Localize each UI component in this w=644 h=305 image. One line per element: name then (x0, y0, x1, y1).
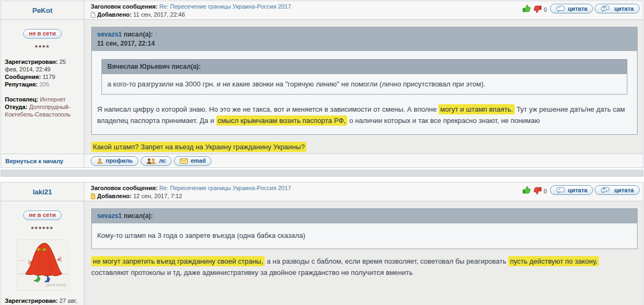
post-2-header-row: laki21 Заголовок сообщения: Re: Пересече… (1, 183, 643, 201)
back-to-top-link[interactable]: Вернуться к началу (5, 158, 63, 164)
quote-header: sevazs1 писал(а): (92, 209, 637, 223)
subject-link[interactable]: Re: Пересечение границы Украина-Россия 2… (159, 3, 291, 10)
two-users-icon (147, 158, 156, 164)
added-datetime: 12 сен, 2017, 7:12 (133, 192, 182, 200)
thumbs-down-icon[interactable] (533, 186, 542, 195)
post-1-message-text: Какой штамп? Запрет на въезд на Украину … (91, 141, 638, 152)
nested-quote-text: а кого-то разгрузили на 3000 грн. и ни к… (102, 74, 627, 94)
quote-text-bubble-icon: T (601, 187, 611, 194)
post-1-footer-row: Вернуться к началу профиль лс email (1, 154, 643, 168)
quote-author-link[interactable]: sevazs1 (97, 212, 122, 220)
username-link[interactable]: laki21 (33, 188, 52, 196)
quote-block: sevazs1 писал(а): Кому-то штамп на 3 год… (91, 208, 638, 249)
online-status-button[interactable]: не в сети (23, 29, 62, 39)
added-line: Добавлено: 11 сен, 2017, 22:46 (91, 11, 291, 19)
likes-count: 0 (544, 188, 547, 194)
online-status-button[interactable]: не в сети (23, 210, 62, 220)
quote-block: sevazs1 писал(а): ↑ 11 сен, 2017, 22:14 … (91, 27, 638, 135)
nested-quote-block: Вячеслав Юрьевич писал(а): а кого-то раз… (101, 59, 627, 95)
post-separator (1, 170, 643, 177)
quote-body: Кому-то штамп на 3 года о запрете въезда… (92, 223, 637, 249)
profile-button[interactable]: профиль (91, 156, 138, 166)
highlighted-text: Какой штамп? Запрет на въезд на Украину … (91, 142, 306, 152)
highlighted-text: могут и штамп впаять. (438, 104, 514, 114)
added-line: Добавлено: 12 сен, 2017, 7:12 (91, 192, 291, 200)
post-1-subject-cell: Заголовок сообщения: Re: Пересечение гра… (84, 1, 643, 19)
post-1-author-cell: PeKot (1, 1, 84, 19)
username-link[interactable]: PeKot (32, 6, 53, 14)
post-1: PeKot Заголовок сообщения: Re: Пересечен… (1, 1, 643, 168)
subject-link[interactable]: Re: Пересечение границы Украина-Россия 2… (159, 185, 291, 191)
added-datetime: 11 сен, 2017, 22:46 (133, 11, 185, 19)
quote-author-link[interactable]: sevazs1 (97, 31, 122, 38)
post-2: laki21 Заголовок сообщения: Re: Пересече… (1, 182, 643, 305)
page-icon (91, 12, 96, 18)
quote-date: 11 сен, 2017, 22:14 (97, 39, 632, 48)
post-2-message-text: не могут запретить въезд гражданину свое… (91, 256, 638, 278)
full-quote-button[interactable]: T цитата (595, 185, 640, 195)
svg-text:T: T (603, 188, 605, 192)
back-to-top-cell: Вернуться к началу (1, 154, 84, 168)
rank-stars: ****** (1, 225, 84, 233)
post-1-content: sevazs1 писал(а): ↑ 11 сен, 2017, 22:14 … (84, 20, 643, 154)
highlighted-text: смысл крымчанам возить паспорта РФ, (216, 115, 348, 126)
added-label: Добавлено: (97, 192, 131, 200)
post-1-subject-block: Заголовок сообщения: Re: Пересечение гра… (91, 3, 291, 19)
post-2-content: sevazs1 писал(а): Кому-то штамп на 3 год… (84, 201, 643, 305)
quote-bubble-icon: “ (556, 187, 565, 194)
avatar-watermark-text: [adult swim] (46, 283, 66, 287)
post-2-body-row: не в сети ****** (1, 201, 643, 305)
post-2-subject-block: Заголовок сообщения: Re: Пересечение гра… (91, 184, 291, 200)
quote-body: Вячеслав Юрьевич писал(а): а кого-то раз… (92, 51, 637, 134)
added-label: Добавлено: (97, 11, 131, 19)
quote-button[interactable]: “ цитата (550, 4, 594, 13)
post-2-author-cell: laki21 (1, 183, 84, 201)
subject-line: Заголовок сообщения: Re: Пересечение гра… (91, 184, 291, 192)
likes-count: 0 (544, 7, 547, 13)
subject-label: Заголовок сообщения: (91, 185, 158, 191)
post-2-profile-cell: не в сети ****** (1, 201, 84, 305)
quote-button[interactable]: “ цитата (550, 185, 594, 195)
full-quote-button[interactable]: T цитата (595, 4, 640, 13)
rank-stars: **** (1, 43, 84, 52)
thumbs-up-icon[interactable] (522, 4, 531, 13)
avatar: [adult swim] (17, 239, 69, 291)
post-1-header-row: PeKot Заголовок сообщения: Re: Пересечен… (1, 1, 643, 19)
user-icon (97, 158, 103, 164)
post-2-subject-cell: Заголовок сообщения: Re: Пересечение гра… (84, 183, 643, 201)
email-button[interactable]: email (174, 156, 211, 166)
thumbs-down-icon[interactable] (533, 4, 542, 13)
post-1-profile-cell: не в сети **** Зарегистрирован: 25 фев, … (1, 20, 84, 154)
new-page-icon (91, 193, 96, 199)
profile-info: Зарегистрирован: 25 фев, 2014, 22:49 Соо… (1, 52, 84, 118)
svg-text:“: “ (558, 187, 560, 192)
private-message-button[interactable]: лс (141, 156, 172, 166)
post-1-body-row: не в сети **** Зарегистрирован: 25 фев, … (1, 19, 643, 154)
quoted-message-text: Я написал цифру о которой знаю. Но это ж… (97, 104, 632, 126)
post-1-actions: 0 “ цитата T цитата (522, 3, 640, 13)
highlighted-text: не могут запретить въезд гражданину свое… (91, 256, 265, 266)
svg-text:T: T (603, 6, 605, 10)
envelope-icon (180, 158, 188, 164)
quote-bubble-icon: “ (556, 5, 565, 12)
subject-line: Заголовок сообщения: Re: Пересечение гра… (91, 3, 291, 11)
post-1-footer-buttons: профиль лс email (84, 156, 643, 166)
subject-label: Заголовок сообщения: (91, 3, 158, 10)
forum-thread-view: PeKot Заголовок сообщения: Re: Пересечен… (1, 1, 643, 304)
quote-text-bubble-icon: T (601, 5, 611, 12)
thumbs-up-icon[interactable] (522, 186, 531, 195)
quote-jump-arrow-icon[interactable]: ↑ (155, 31, 158, 38)
post-2-actions: 0 “ цитата T цитата (522, 184, 640, 195)
quote-header: sevazs1 писал(а): ↑ 11 сен, 2017, 22:14 (92, 27, 637, 51)
svg-text:“: “ (558, 6, 560, 11)
nested-quote-header: Вячеслав Юрьевич писал(а): (102, 60, 627, 74)
profile-info: Зарегистрирован: 27 авг, 2008, 11:08 Соо… (1, 291, 84, 305)
highlighted-text: пусть действуют по закону, (508, 256, 599, 266)
